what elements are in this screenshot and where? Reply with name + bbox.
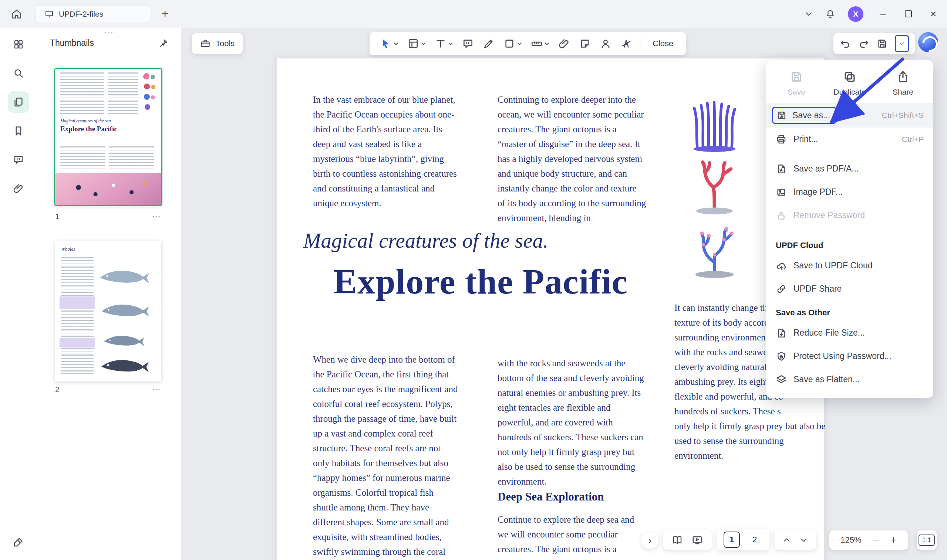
minimize-button[interactable]: – bbox=[872, 4, 894, 24]
script-heading: Magical creatures of the sea. bbox=[303, 228, 548, 252]
highlighter-tool[interactable] bbox=[483, 38, 495, 49]
new-tab-button[interactable]: + bbox=[157, 7, 173, 21]
thumb2-text-lines bbox=[61, 257, 94, 374]
shape-tool[interactable] bbox=[503, 38, 522, 49]
shield-lock-icon bbox=[776, 351, 787, 362]
page-2-button[interactable]: 2 bbox=[746, 532, 763, 548]
menu-section-save-as-other: Save as Other bbox=[766, 300, 933, 321]
menu-item-image-pdf[interactable]: Image PDF... bbox=[766, 180, 933, 204]
rail-item-signature-mode[interactable] bbox=[8, 531, 29, 552]
home-button[interactable] bbox=[8, 5, 26, 23]
expand-panel-button[interactable]: › bbox=[642, 532, 659, 549]
zoom-in-button[interactable]: + bbox=[890, 534, 897, 546]
thumb2-label-row: 2 ⋯ bbox=[55, 385, 161, 395]
save-as-icon bbox=[776, 110, 787, 121]
left-rail bbox=[0, 28, 37, 560]
signature-tool[interactable] bbox=[600, 38, 611, 49]
next-page-icon[interactable] bbox=[799, 535, 809, 545]
toolbar-divider bbox=[641, 37, 642, 50]
document-tab[interactable]: UPDF-2-files bbox=[35, 5, 151, 23]
paragraph-col1-top: In the vast embrace of our blue planet, … bbox=[313, 92, 459, 211]
thumb1-page-number: 1 bbox=[55, 212, 60, 222]
menu-divider bbox=[776, 230, 924, 230]
avatar[interactable]: X bbox=[848, 6, 864, 22]
rail-item-search[interactable] bbox=[8, 63, 29, 84]
close-toolbar-button[interactable]: Close bbox=[650, 39, 676, 48]
page-layout-icon bbox=[407, 38, 419, 49]
attachment-tool[interactable] bbox=[558, 38, 570, 49]
chevron-down-icon bbox=[421, 42, 426, 46]
menu-item-protect-password[interactable]: Protect Using Password... bbox=[766, 345, 933, 368]
page-thumbnail-2[interactable]: Whales bbox=[55, 241, 161, 382]
menu-item-reduce-file-size[interactable]: Reduce File Size... bbox=[766, 321, 933, 345]
panel-drag-handle[interactable]: ⋯ bbox=[103, 26, 115, 38]
thumb1-text-lines-d bbox=[109, 146, 154, 169]
search-icon bbox=[13, 68, 24, 79]
chevron-down-icon bbox=[804, 9, 813, 19]
thumbnails-title: Thumbnails bbox=[50, 38, 94, 48]
actual-size-label: 1:1 bbox=[919, 534, 935, 546]
main-heading: Explore the Pacific bbox=[298, 261, 664, 302]
chevron-down-icon bbox=[393, 42, 398, 46]
previous-page-icon[interactable] bbox=[782, 535, 792, 545]
thumb1-text-lines-c bbox=[60, 146, 105, 169]
collapse-toolbar-button[interactable] bbox=[800, 5, 817, 23]
current-page-button[interactable]: 1 bbox=[723, 532, 740, 548]
rail-item-attachments[interactable] bbox=[8, 178, 29, 199]
comment-icon bbox=[13, 154, 24, 165]
pin-icon[interactable] bbox=[159, 38, 168, 48]
paperclip-icon bbox=[13, 183, 24, 194]
reader-view-icon[interactable] bbox=[672, 534, 683, 546]
maximize-button[interactable] bbox=[898, 4, 919, 24]
thumb1-coral-photo bbox=[55, 173, 161, 205]
sticker-tool[interactable] bbox=[579, 38, 591, 49]
page-number-group: 1 2 bbox=[717, 529, 770, 551]
notifications-button[interactable] bbox=[821, 5, 839, 23]
menu-item-updf-share[interactable]: UPDF Share bbox=[766, 277, 933, 300]
presentation-view-icon[interactable] bbox=[692, 534, 703, 546]
comment-tool[interactable] bbox=[462, 38, 474, 49]
paragraph-col2-bottom: Continue to explore the deep sea and we … bbox=[498, 512, 646, 560]
maximize-icon bbox=[905, 10, 912, 17]
rail-item-comments[interactable] bbox=[8, 149, 29, 171]
menu-item-save-as-flatten[interactable]: Save as Flatten... bbox=[766, 368, 933, 391]
thumb2-page-number: 2 bbox=[55, 385, 60, 394]
page-layout-tool[interactable] bbox=[407, 38, 426, 49]
updf-ai-button[interactable] bbox=[918, 32, 938, 52]
marker-pen-icon bbox=[483, 38, 495, 49]
tools-button[interactable]: Tools bbox=[192, 33, 243, 54]
strikeout-tool[interactable] bbox=[620, 38, 632, 49]
layers-icon bbox=[776, 374, 787, 385]
rail-item-workspaces[interactable] bbox=[8, 34, 29, 55]
tools-label: Tools bbox=[216, 39, 234, 48]
cloud-upload-icon bbox=[776, 260, 787, 271]
thumb2-highlight-chip2 bbox=[60, 338, 95, 348]
pdfa-document-icon bbox=[776, 163, 787, 174]
pen-nib-icon bbox=[13, 536, 24, 548]
menu-section-updf-cloud: UPDF Cloud bbox=[766, 233, 933, 254]
rail-item-thumbnails[interactable] bbox=[8, 91, 29, 113]
menu-item-save-to-cloud[interactable]: Save to UPDF Cloud bbox=[766, 254, 933, 277]
annotation-toolbar: Close bbox=[370, 32, 686, 55]
thumb2-more-button[interactable]: ⋯ bbox=[152, 385, 161, 395]
thumb1-more-button[interactable]: ⋯ bbox=[152, 211, 161, 222]
close-window-button[interactable]: × bbox=[922, 4, 944, 24]
page-nav-group bbox=[774, 531, 816, 550]
measure-tool[interactable] bbox=[531, 38, 549, 49]
thumb1-label-row: 1 ⋯ bbox=[55, 211, 161, 222]
actual-size-button[interactable]: 1:1 bbox=[917, 531, 937, 550]
menu-item-label: Protect Using Password... bbox=[793, 351, 891, 361]
menu-item-save-as-pdfa[interactable]: Save as PDF/A... bbox=[766, 157, 933, 180]
text-tool[interactable] bbox=[435, 38, 453, 49]
rail-item-bookmarks[interactable] bbox=[8, 120, 29, 142]
bell-icon bbox=[825, 9, 835, 19]
annotation-arrow bbox=[810, 46, 921, 131]
select-tool[interactable] bbox=[380, 38, 398, 49]
zoom-level[interactable]: 125% bbox=[841, 535, 861, 545]
whale-illustration-1 bbox=[97, 267, 153, 287]
zoom-out-button[interactable]: − bbox=[873, 534, 879, 546]
thumbnails-panel: ⋯ Thumbnails Magical creatures of the se… bbox=[37, 28, 181, 560]
menu-item-label: Remove Password bbox=[793, 210, 865, 220]
thumb1-text-lines-b bbox=[108, 72, 138, 116]
page-thumbnail-1[interactable]: Magical creatures of the sea. Explore th… bbox=[55, 69, 161, 205]
